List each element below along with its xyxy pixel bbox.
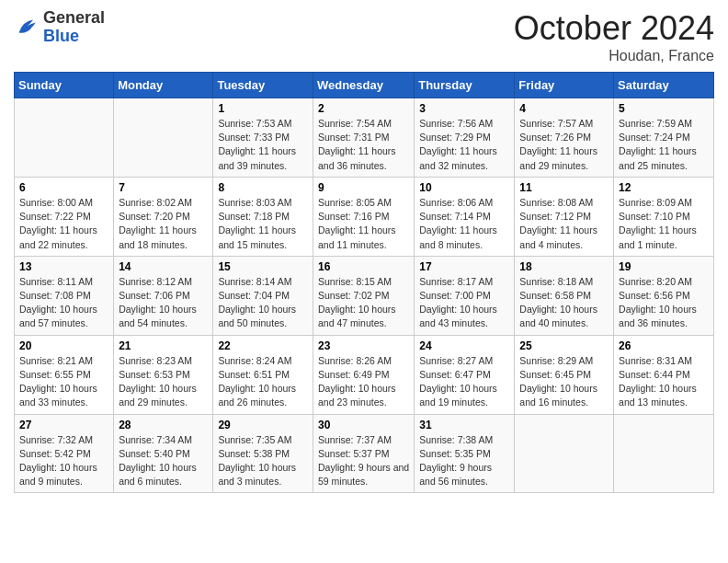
day-info: Sunrise: 7:32 AMSunset: 5:42 PMDaylight:…: [19, 433, 108, 489]
day-info: Sunrise: 7:34 AMSunset: 5:40 PMDaylight:…: [119, 433, 208, 489]
day-number: 10: [419, 181, 509, 194]
day-number: 15: [218, 260, 308, 273]
day-info: Sunrise: 8:29 AMSunset: 6:45 PMDaylight:…: [519, 354, 609, 410]
day-info: Sunrise: 8:14 AMSunset: 7:04 PMDaylight:…: [218, 275, 308, 331]
day-number: 11: [519, 181, 609, 194]
weekday-header-saturday: Saturday: [614, 73, 714, 98]
calendar-cell: 24Sunrise: 8:27 AMSunset: 6:47 PMDayligh…: [415, 335, 515, 414]
calendar-cell: 9Sunrise: 8:05 AMSunset: 7:16 PMDaylight…: [313, 177, 414, 256]
calendar-cell: 19Sunrise: 8:20 AMSunset: 6:56 PMDayligh…: [614, 256, 714, 335]
day-info: Sunrise: 8:26 AMSunset: 6:49 PMDaylight:…: [318, 354, 409, 410]
month-title: October 2024: [514, 9, 714, 48]
day-number: 18: [519, 260, 609, 273]
day-info: Sunrise: 8:23 AMSunset: 6:53 PMDaylight:…: [119, 354, 208, 410]
weekday-header-tuesday: Tuesday: [213, 73, 313, 98]
day-info: Sunrise: 8:03 AMSunset: 7:18 PMDaylight:…: [218, 196, 308, 252]
calendar-cell: 13Sunrise: 8:11 AMSunset: 7:08 PMDayligh…: [15, 256, 114, 335]
week-row-4: 20Sunrise: 8:21 AMSunset: 6:55 PMDayligh…: [15, 335, 714, 414]
day-number: 16: [318, 260, 409, 273]
day-number: 29: [218, 419, 308, 431]
day-info: Sunrise: 7:56 AMSunset: 7:29 PMDaylight:…: [419, 117, 509, 173]
page-header: General Blue October 2024 Houdan, France: [14, 9, 714, 64]
day-number: 30: [318, 419, 409, 431]
day-number: 5: [619, 102, 709, 115]
day-number: 8: [218, 181, 308, 194]
calendar-cell: 31Sunrise: 7:38 AMSunset: 5:35 PMDayligh…: [415, 414, 515, 493]
day-number: 24: [419, 339, 509, 352]
calendar-cell: 28Sunrise: 7:34 AMSunset: 5:40 PMDayligh…: [114, 414, 213, 493]
weekday-header-row: SundayMondayTuesdayWednesdayThursdayFrid…: [15, 73, 714, 98]
day-number: 6: [19, 181, 108, 194]
day-number: 17: [419, 260, 509, 273]
day-info: Sunrise: 8:21 AMSunset: 6:55 PMDaylight:…: [19, 354, 108, 410]
day-info: Sunrise: 8:17 AMSunset: 7:00 PMDaylight:…: [419, 275, 509, 331]
weekday-header-thursday: Thursday: [415, 73, 515, 98]
day-number: 20: [19, 339, 108, 352]
calendar-cell: [515, 414, 614, 493]
calendar-table: SundayMondayTuesdayWednesdayThursdayFrid…: [14, 72, 714, 493]
day-info: Sunrise: 8:24 AMSunset: 6:51 PMDaylight:…: [218, 354, 308, 410]
calendar-cell: 6Sunrise: 8:00 AMSunset: 7:22 PMDaylight…: [15, 177, 114, 256]
day-number: 22: [218, 339, 308, 352]
day-info: Sunrise: 7:54 AMSunset: 7:31 PMDaylight:…: [318, 117, 409, 173]
day-info: Sunrise: 8:12 AMSunset: 7:06 PMDaylight:…: [119, 275, 208, 331]
day-number: 23: [318, 339, 409, 352]
calendar-cell: 3Sunrise: 7:56 AMSunset: 7:29 PMDaylight…: [415, 98, 515, 178]
location: Houdan, France: [514, 48, 714, 64]
day-info: Sunrise: 8:09 AMSunset: 7:10 PMDaylight:…: [619, 196, 709, 252]
calendar-cell: 27Sunrise: 7:32 AMSunset: 5:42 PMDayligh…: [15, 414, 114, 493]
calendar-cell: 30Sunrise: 7:37 AMSunset: 5:37 PMDayligh…: [313, 414, 414, 493]
day-info: Sunrise: 8:18 AMSunset: 6:58 PMDaylight:…: [519, 275, 609, 331]
calendar-cell: 1Sunrise: 7:53 AMSunset: 7:33 PMDaylight…: [213, 98, 313, 178]
calendar-cell: 2Sunrise: 7:54 AMSunset: 7:31 PMDaylight…: [313, 98, 414, 178]
calendar-cell: 5Sunrise: 7:59 AMSunset: 7:24 PMDaylight…: [614, 98, 714, 178]
logo-text: General Blue: [43, 9, 105, 46]
calendar-cell: 12Sunrise: 8:09 AMSunset: 7:10 PMDayligh…: [614, 177, 714, 256]
calendar-cell: 15Sunrise: 8:14 AMSunset: 7:04 PMDayligh…: [213, 256, 313, 335]
day-number: 27: [19, 419, 108, 431]
day-info: Sunrise: 8:08 AMSunset: 7:12 PMDaylight:…: [519, 196, 609, 252]
day-info: Sunrise: 7:53 AMSunset: 7:33 PMDaylight:…: [218, 117, 308, 173]
logo: General Blue: [14, 9, 105, 46]
calendar-cell: 23Sunrise: 8:26 AMSunset: 6:49 PMDayligh…: [313, 335, 414, 414]
calendar-cell: 17Sunrise: 8:17 AMSunset: 7:00 PMDayligh…: [415, 256, 515, 335]
calendar-cell: 10Sunrise: 8:06 AMSunset: 7:14 PMDayligh…: [415, 177, 515, 256]
day-number: 7: [119, 181, 208, 194]
day-info: Sunrise: 8:27 AMSunset: 6:47 PMDaylight:…: [419, 354, 509, 410]
calendar-cell: [614, 414, 714, 493]
day-info: Sunrise: 8:05 AMSunset: 7:16 PMDaylight:…: [318, 196, 409, 252]
day-info: Sunrise: 8:20 AMSunset: 6:56 PMDaylight:…: [619, 275, 709, 331]
calendar-cell: 7Sunrise: 8:02 AMSunset: 7:20 PMDaylight…: [114, 177, 213, 256]
day-number: 14: [119, 260, 208, 273]
calendar-cell: [15, 98, 114, 178]
day-info: Sunrise: 7:57 AMSunset: 7:26 PMDaylight:…: [519, 117, 609, 173]
calendar-cell: 14Sunrise: 8:12 AMSunset: 7:06 PMDayligh…: [114, 256, 213, 335]
weekday-header-wednesday: Wednesday: [313, 73, 414, 98]
week-row-5: 27Sunrise: 7:32 AMSunset: 5:42 PMDayligh…: [15, 414, 714, 493]
day-number: 9: [318, 181, 409, 194]
calendar-cell: 26Sunrise: 8:31 AMSunset: 6:44 PMDayligh…: [614, 335, 714, 414]
calendar-cell: 4Sunrise: 7:57 AMSunset: 7:26 PMDaylight…: [515, 98, 614, 178]
day-info: Sunrise: 7:37 AMSunset: 5:37 PMDaylight:…: [318, 433, 409, 489]
day-info: Sunrise: 7:35 AMSunset: 5:38 PMDaylight:…: [218, 433, 308, 489]
week-row-1: 1Sunrise: 7:53 AMSunset: 7:33 PMDaylight…: [15, 98, 714, 178]
day-number: 28: [119, 419, 208, 431]
day-number: 1: [218, 102, 308, 115]
day-info: Sunrise: 8:00 AMSunset: 7:22 PMDaylight:…: [19, 196, 108, 252]
calendar-cell: 22Sunrise: 8:24 AMSunset: 6:51 PMDayligh…: [213, 335, 313, 414]
weekday-header-sunday: Sunday: [15, 73, 114, 98]
day-number: 21: [119, 339, 208, 352]
day-number: 3: [419, 102, 509, 115]
day-info: Sunrise: 8:15 AMSunset: 7:02 PMDaylight:…: [318, 275, 409, 331]
calendar-cell: 18Sunrise: 8:18 AMSunset: 6:58 PMDayligh…: [515, 256, 614, 335]
weekday-header-friday: Friday: [515, 73, 614, 98]
weekday-header-monday: Monday: [114, 73, 213, 98]
calendar-cell: 29Sunrise: 7:35 AMSunset: 5:38 PMDayligh…: [213, 414, 313, 493]
calendar-cell: 16Sunrise: 8:15 AMSunset: 7:02 PMDayligh…: [313, 256, 414, 335]
day-info: Sunrise: 8:11 AMSunset: 7:08 PMDaylight:…: [19, 275, 108, 331]
week-row-3: 13Sunrise: 8:11 AMSunset: 7:08 PMDayligh…: [15, 256, 714, 335]
calendar-cell: 25Sunrise: 8:29 AMSunset: 6:45 PMDayligh…: [515, 335, 614, 414]
week-row-2: 6Sunrise: 8:00 AMSunset: 7:22 PMDaylight…: [15, 177, 714, 256]
calendar-cell: [114, 98, 213, 178]
day-number: 13: [19, 260, 108, 273]
